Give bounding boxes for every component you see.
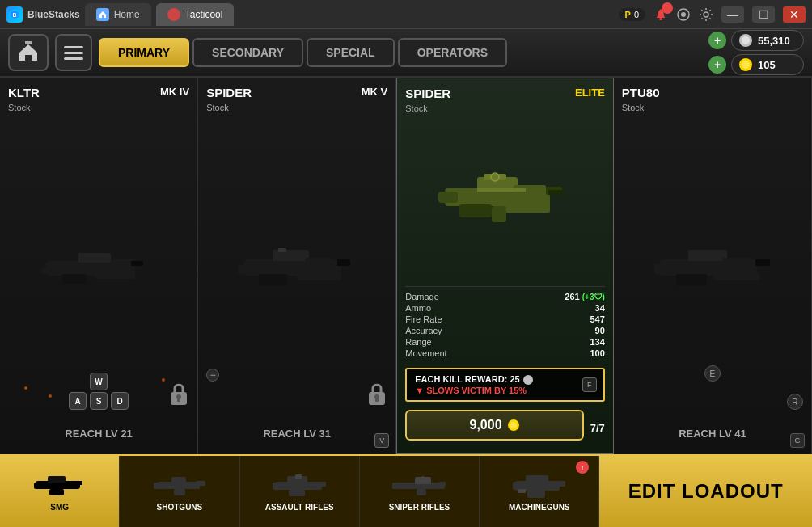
svg-rect-82 xyxy=(518,489,526,493)
svg-text:!: ! xyxy=(582,464,584,471)
tab-secondary[interactable]: SECONDARY xyxy=(192,38,303,67)
svg-point-4 xyxy=(681,12,686,17)
spider-elite-header: SPIDER ELITE xyxy=(405,86,605,100)
maximize-button[interactable]: ☐ xyxy=(752,6,775,23)
stat-damage: Damage 261 (+3🛡) xyxy=(405,292,605,301)
gold-display: 105 xyxy=(731,54,804,75)
spider-mkv-stock: Stock xyxy=(206,103,387,112)
svg-rect-29 xyxy=(278,248,286,252)
tacticool-tab-icon xyxy=(167,8,180,21)
w-key: W xyxy=(90,373,108,390)
s-key: S xyxy=(90,392,108,410)
range-value: 134 xyxy=(590,337,604,347)
particle xyxy=(49,394,52,398)
category-machineguns[interactable]: MACHINEGUNS ! xyxy=(480,456,599,527)
spider-elite-tier: ELITE xyxy=(575,86,605,99)
tab-primary[interactable]: PRIMARY xyxy=(99,38,189,67)
damage-label: Damage xyxy=(405,292,439,301)
svg-rect-70 xyxy=(295,474,302,479)
kill-reward-box: EACH KILL REWARD: 25 ▼ SLOWS VICTIM BY 1… xyxy=(405,368,605,402)
brand-label: BlueStacks xyxy=(27,9,80,20)
close-button[interactable]: ✕ xyxy=(783,6,806,23)
hamburger-icon xyxy=(64,46,83,60)
ptu80-reach: REACH LV 41 xyxy=(622,428,803,440)
stat-accuracy: Accuracy 90 xyxy=(405,326,605,335)
shotguns-label: SHOTGUNS xyxy=(157,503,203,512)
gold-currency-row: + 105 xyxy=(708,54,804,75)
firerate-label: Fire Rate xyxy=(405,314,442,324)
points-value: 0 xyxy=(634,10,639,19)
add-gold-button[interactable]: + xyxy=(708,56,726,74)
edit-loadout-label: EDIT LOADOUT xyxy=(628,480,784,503)
weapon-card-ptu80[interactable]: PTU80 Stock REACH LV 41 E R xyxy=(614,78,812,454)
notification-icon[interactable] xyxy=(653,7,668,22)
range-label: Range xyxy=(405,337,431,347)
ptu80-stock: Stock xyxy=(622,103,803,112)
svg-rect-17 xyxy=(95,272,135,279)
home-button[interactable] xyxy=(8,34,49,71)
stat-firerate: Fire Rate 547 xyxy=(405,314,605,324)
svg-rect-52 xyxy=(676,274,707,285)
svg-rect-21 xyxy=(177,397,180,402)
weapon-card-kltr[interactable]: KLTR MK IV Stock xyxy=(0,78,198,454)
damage-value: 261 (+3🛡) xyxy=(565,292,604,301)
spider-elite-stock: Stock xyxy=(405,103,605,113)
spider-mkv-tier: MK V xyxy=(362,86,388,98)
svg-rect-63 xyxy=(196,481,205,486)
tab-tacticool[interactable]: Tacticool xyxy=(156,3,235,26)
svg-rect-61 xyxy=(171,477,186,483)
a-key: A xyxy=(69,392,87,410)
weapon-card-spider-mkv[interactable]: SPIDER MK V Stock REACH LV 31 − xyxy=(198,78,396,454)
menu-button[interactable] xyxy=(55,34,92,71)
svg-point-9 xyxy=(742,36,750,44)
weapon-card-spider-elite[interactable]: SPIDER ELITE Stock xyxy=(396,78,614,454)
spider-mkv-header: SPIDER MK V xyxy=(206,86,387,99)
top-nav: PRIMARY SECONDARY SPECIAL OPERATORS + 55… xyxy=(0,29,812,78)
svg-rect-64 xyxy=(174,489,185,495)
svg-rect-68 xyxy=(318,482,326,487)
kltr-header: KLTR MK IV xyxy=(8,86,189,99)
tab-special[interactable]: SPECIAL xyxy=(307,38,395,67)
title-bar: B BlueStacks Home Tacticool P 0 xyxy=(0,0,812,29)
minimize-button[interactable]: — xyxy=(721,6,744,23)
kltr-name: KLTR xyxy=(8,86,40,99)
add-silver-button[interactable]: + xyxy=(708,32,726,49)
svg-rect-24 xyxy=(305,258,333,266)
tab-operators[interactable]: OPERATORS xyxy=(398,38,507,67)
firerate-value: 547 xyxy=(590,314,604,324)
buy-button[interactable]: 9,000 xyxy=(405,410,583,441)
e-key-indicator: E xyxy=(704,365,721,382)
svg-rect-51 xyxy=(654,264,672,274)
category-sniper-rifles[interactable]: SNIPER RIFLES xyxy=(360,456,480,527)
kltr-tier: MK IV xyxy=(160,86,189,98)
edit-loadout-button[interactable]: EDIT LOADOUT xyxy=(599,456,812,527)
buy-row: 9,000 7/7 xyxy=(405,410,605,445)
stat-movement: Movement 100 xyxy=(405,348,605,358)
svg-rect-37 xyxy=(459,204,492,217)
tab-home[interactable]: Home xyxy=(85,3,151,26)
currency-panel: + 55,310 + 105 xyxy=(708,30,804,75)
svg-rect-28 xyxy=(337,259,350,266)
stat-ammo: Ammo 34 xyxy=(405,303,605,313)
svg-rect-54 xyxy=(755,259,770,266)
svg-rect-62 xyxy=(154,483,165,489)
svg-rect-58 xyxy=(76,481,82,485)
svg-rect-7 xyxy=(25,41,32,44)
settings-icon[interactable] xyxy=(699,7,713,22)
category-assault-rifles[interactable]: ASSAULT RIFLES xyxy=(240,456,360,527)
svg-rect-53 xyxy=(714,272,759,280)
svg-text:B: B xyxy=(12,12,16,18)
particle xyxy=(24,386,27,390)
slow-text: ▼ SLOWS VICTIM BY 15% xyxy=(415,386,595,395)
category-shotguns[interactable]: SHOTGUNS xyxy=(120,456,239,527)
v-key-indicator: V xyxy=(374,433,389,448)
r-key-indicator: R xyxy=(787,394,803,410)
category-smg[interactable]: SMG xyxy=(0,456,120,527)
d-key: D xyxy=(111,392,129,410)
camera-icon[interactable] xyxy=(676,7,691,22)
silver-value: 55,310 xyxy=(758,35,790,47)
svg-rect-69 xyxy=(289,490,305,496)
bottom-bar: SMG SHOTGUNS ASSAULT RIFLES xyxy=(0,454,812,527)
accuracy-value: 90 xyxy=(595,326,605,335)
svg-rect-75 xyxy=(439,482,446,486)
